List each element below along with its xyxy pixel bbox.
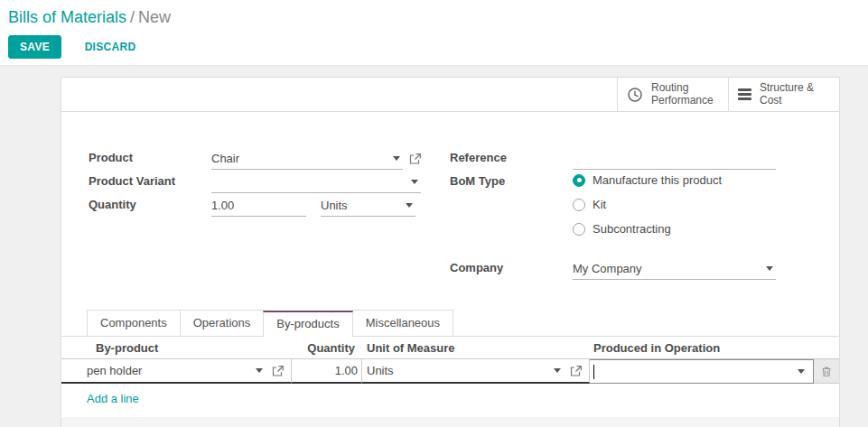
chevron-down-icon[interactable]: [393, 156, 400, 161]
company-row: Company My Company: [450, 258, 776, 281]
quantity-column-header[interactable]: Quantity: [292, 341, 362, 355]
form-view-background: Routing Performance Structure & Cost Pro…: [0, 65, 868, 427]
tab-operations[interactable]: Operations: [180, 310, 265, 337]
bom-type-row: BoM Type Manufacture this product Kit: [450, 172, 776, 246]
row-drag-handle[interactable]: [61, 359, 77, 384]
structure-cost-button[interactable]: Structure & Cost: [728, 78, 839, 111]
clock-icon: [627, 87, 643, 103]
reference-label: Reference: [450, 148, 573, 164]
chevron-down-icon[interactable]: [406, 203, 413, 208]
radio-unselected-icon: [573, 223, 585, 236]
external-link-icon[interactable]: [409, 153, 421, 164]
stat-button-label: Structure & Cost: [760, 82, 814, 107]
chevron-down-icon[interactable]: [554, 368, 561, 373]
add-a-line-link[interactable]: Add a line: [61, 384, 139, 405]
chevron-down-icon[interactable]: [411, 180, 418, 184]
row-byproduct-field[interactable]: pen holder: [77, 359, 292, 384]
stat-button-row: Routing Performance Structure & Cost: [61, 78, 839, 112]
trash-icon: [821, 366, 832, 377]
row-byproduct-value: pen holder: [87, 364, 142, 377]
radio-subcontracting[interactable]: Subcontracting: [573, 222, 722, 236]
company-label: Company: [450, 258, 573, 274]
quantity-uom-value: Units: [321, 199, 348, 212]
radio-unselected-icon: [573, 199, 585, 211]
stat-button-label: Routing Performance: [651, 82, 714, 107]
form-fields-area: Product Chair Product Variant: [61, 112, 839, 282]
save-button[interactable]: SAVE: [8, 35, 61, 59]
discard-button[interactable]: DISCARD: [79, 40, 142, 54]
breadcrumb-section-link[interactable]: Bills of Materials: [8, 8, 126, 26]
product-variant-field[interactable]: [211, 172, 421, 193]
product-value: Chair: [211, 152, 239, 165]
breadcrumb: Bills of Materials/New: [8, 8, 854, 27]
product-variant-label: Product Variant: [89, 172, 211, 188]
breadcrumb-current: New: [138, 8, 171, 26]
breadcrumb-separator: /: [126, 8, 138, 26]
chevron-down-icon[interactable]: [256, 368, 263, 373]
form-sheet: Routing Performance Structure & Cost Pro…: [61, 77, 840, 427]
delete-row-button[interactable]: [814, 359, 839, 384]
control-panel: Bills of Materials/New SAVE DISCARD: [0, 0, 868, 65]
quantity-value: 1.00: [211, 199, 234, 212]
chevron-down-icon[interactable]: [798, 369, 805, 374]
bom-type-radio-group: Manufacture this product Kit Subcontract…: [573, 172, 722, 246]
tab-miscellaneous[interactable]: Miscellaneous: [352, 310, 453, 337]
form-left-group: Product Chair Product Variant: [89, 148, 421, 282]
company-select[interactable]: My Company: [573, 258, 776, 280]
product-label: Product: [89, 148, 211, 164]
company-value: My Company: [573, 262, 642, 275]
quantity-uom-select[interactable]: Units: [321, 195, 415, 217]
operation-column-header[interactable]: Produced in Operation: [590, 341, 814, 355]
bars-icon: [738, 88, 751, 100]
row-quantity-value: 1.00: [335, 364, 358, 377]
row-uom-value: Units: [367, 364, 394, 377]
row-quantity-field[interactable]: 1.00: [292, 359, 362, 384]
bom-type-label: BoM Type: [450, 172, 573, 188]
row-uom-field[interactable]: Units: [362, 359, 590, 384]
form-right-group: Reference BoM Type Manufacture this p: [450, 148, 776, 282]
tab-components[interactable]: Components: [87, 310, 181, 337]
text-cursor: [593, 365, 594, 379]
uom-column-header[interactable]: Unit of Measure: [362, 341, 590, 355]
radio-selected-icon: [573, 174, 585, 187]
empty-row-stripe: [61, 417, 839, 427]
notebook-tab-bar: Components Operations By-products Miscel…: [61, 310, 839, 337]
byproduct-column-header[interactable]: By-product: [77, 341, 292, 355]
quantity-input[interactable]: 1.00: [211, 195, 306, 217]
reference-input[interactable]: [573, 148, 776, 170]
quantity-row: Quantity 1.00 Units: [89, 195, 421, 218]
button-bar: SAVE DISCARD: [8, 35, 854, 59]
product-row: Product Chair: [89, 148, 421, 171]
radio-manufacture-this-product[interactable]: Manufacture this product: [573, 173, 722, 187]
product-variant-row: Product Variant: [89, 172, 421, 194]
reference-row: Reference: [450, 148, 776, 171]
chevron-down-icon[interactable]: [766, 266, 773, 271]
by-products-table: By-product Quantity Unit of Measure Prod…: [61, 337, 839, 427]
quantity-label: Quantity: [89, 195, 211, 211]
table-header-row: By-product Quantity Unit of Measure Prod…: [61, 337, 839, 359]
product-field[interactable]: Chair: [211, 148, 403, 170]
external-link-icon[interactable]: [272, 366, 284, 376]
external-link-icon[interactable]: [570, 366, 582, 376]
row-operation-field[interactable]: [590, 359, 814, 384]
radio-kit[interactable]: Kit: [573, 198, 722, 211]
routing-performance-button[interactable]: Routing Performance: [617, 78, 728, 111]
tab-by-products[interactable]: By-products: [263, 311, 352, 337]
table-row: pen holder 1.00 Units: [61, 359, 839, 384]
